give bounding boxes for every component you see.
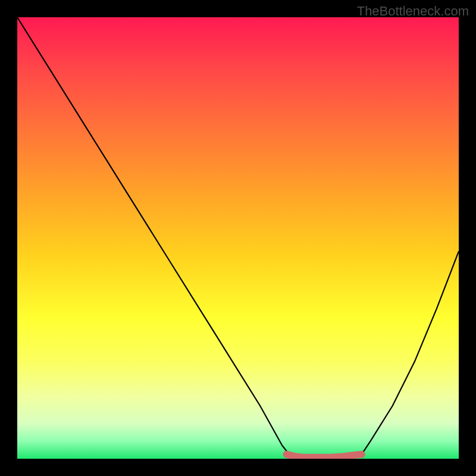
chart-svg [17,17,459,459]
flat-zone-marker [287,455,362,458]
watermark-text: TheBottleneck.com [357,4,469,19]
plot-area [17,17,459,459]
bottleneck-curve [17,17,459,458]
